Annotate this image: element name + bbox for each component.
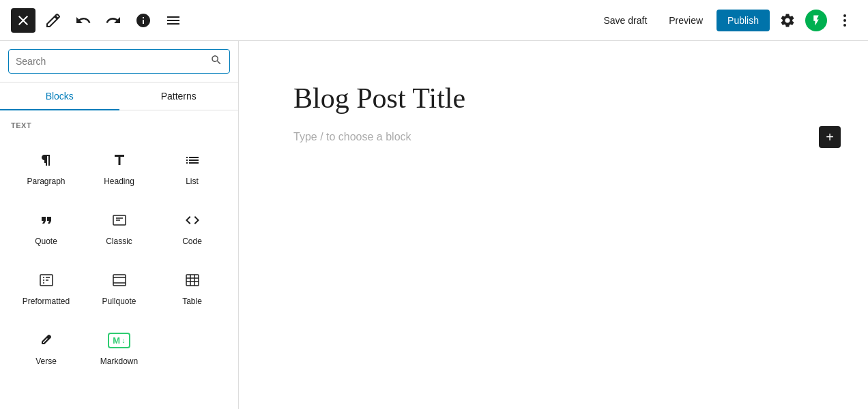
search-box [8, 49, 230, 74]
post-title[interactable]: Blog Post Title [293, 82, 813, 115]
menu-icon [165, 12, 182, 29]
menu-button[interactable] [161, 8, 186, 33]
block-placeholder[interactable]: Type / to choose a block + [293, 131, 813, 143]
close-button[interactable] [11, 8, 35, 33]
quote-icon [35, 209, 57, 231]
preformatted-icon [35, 269, 57, 291]
pen-icon [45, 12, 61, 29]
undo-icon [75, 12, 91, 29]
preview-button[interactable]: Preview [661, 11, 711, 30]
tab-patterns[interactable]: Patterns [119, 82, 239, 110]
block-item-heading[interactable]: Heading [84, 138, 154, 195]
block-label-markdown: Markdown [100, 357, 138, 366]
block-item-pullquote[interactable]: Pullquote [84, 258, 154, 315]
block-label-list: List [186, 177, 199, 186]
svg-point-1 [843, 19, 846, 22]
svg-rect-5 [113, 275, 126, 286]
gear-icon [779, 12, 796, 29]
sidebar: Blocks Patterns TEXT Paragraph [0, 41, 239, 409]
add-block-button[interactable]: + [819, 126, 841, 148]
block-label-paragraph: Paragraph [27, 177, 65, 186]
section-text-label: TEXT [11, 121, 227, 130]
info-button[interactable] [131, 8, 156, 33]
block-item-quote[interactable]: Quote [11, 198, 81, 255]
block-label-heading: Heading [104, 177, 134, 186]
toolbar-left [11, 8, 186, 33]
list-icon [182, 149, 203, 171]
more-options-button[interactable] [833, 8, 857, 33]
code-icon [182, 209, 203, 231]
block-label-classic: Classic [106, 237, 132, 246]
search-container [0, 41, 238, 82]
edit-button[interactable] [41, 8, 66, 33]
paragraph-icon [35, 149, 57, 171]
block-label-quote: Quote [35, 237, 57, 246]
redo-button[interactable] [101, 8, 126, 33]
block-label-preformatted: Preformatted [23, 297, 70, 306]
svg-rect-6 [186, 275, 199, 286]
block-label-code: Code [182, 237, 202, 246]
more-icon [837, 12, 853, 29]
block-item-paragraph[interactable]: Paragraph [11, 138, 81, 195]
block-item-list[interactable]: List [157, 138, 227, 195]
publish-button[interactable]: Publish [717, 10, 770, 31]
pullquote-icon [108, 269, 130, 291]
tabs: Blocks Patterns [0, 82, 238, 110]
info-icon [135, 12, 151, 29]
performance-button[interactable] [805, 10, 827, 31]
verse-icon [35, 329, 57, 351]
classic-icon [108, 209, 130, 231]
blocks-content: TEXT Paragraph [0, 110, 238, 409]
undo-button[interactable] [71, 8, 96, 33]
block-label-table: Table [182, 297, 202, 306]
placeholder-text: Type / to choose a block [293, 131, 411, 143]
tab-blocks[interactable]: Blocks [0, 82, 119, 110]
block-item-verse[interactable]: Verse [11, 318, 81, 375]
block-label-verse: Verse [35, 357, 57, 366]
block-label-pullquote: Pullquote [102, 297, 136, 306]
block-item-markdown[interactable]: M↓ Markdown [84, 318, 154, 375]
svg-point-2 [843, 24, 846, 27]
svg-point-0 [843, 14, 846, 17]
table-icon [182, 269, 203, 291]
save-draft-button[interactable]: Save draft [595, 11, 655, 30]
toolbar: Save draft Preview Publish [0, 0, 868, 41]
heading-icon [108, 149, 130, 171]
toolbar-right: Save draft Preview Publish [595, 8, 857, 33]
markdown-badge: M↓ [108, 333, 130, 348]
markdown-icon: M↓ [108, 329, 130, 351]
settings-button[interactable] [775, 8, 800, 33]
block-item-classic[interactable]: Classic [84, 198, 154, 255]
redo-icon [105, 12, 121, 29]
editor-area: Blog Post Title Type / to choose a block… [239, 41, 868, 409]
lightning-icon [810, 14, 822, 27]
block-item-preformatted[interactable]: Preformatted [11, 258, 81, 315]
blocks-grid: Paragraph Heading [11, 138, 227, 375]
close-icon [15, 12, 31, 29]
search-icon[interactable] [210, 54, 222, 69]
block-item-code[interactable]: Code [157, 198, 227, 255]
block-item-table[interactable]: Table [157, 258, 227, 315]
search-input[interactable] [16, 56, 210, 67]
main-layout: Blocks Patterns TEXT Paragraph [0, 41, 868, 409]
